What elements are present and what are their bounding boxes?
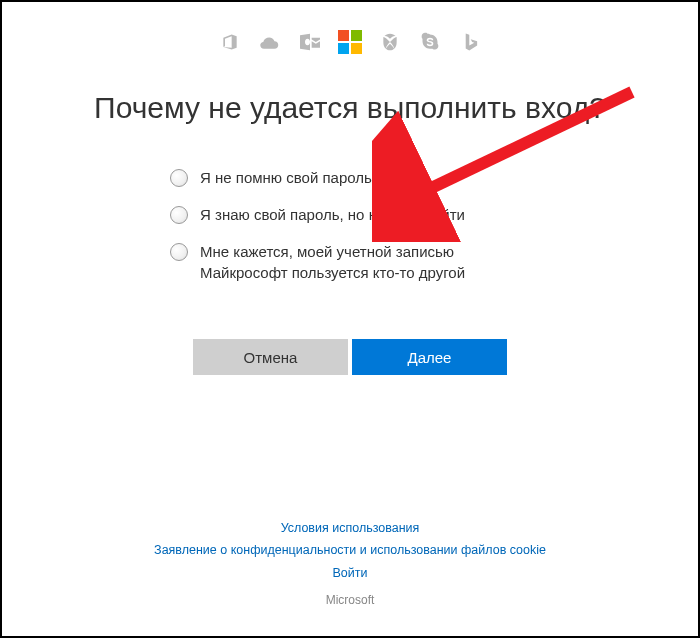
next-button[interactable]: Далее (352, 339, 507, 375)
option-account-compromised[interactable]: Мне кажется, моей учетной записью Майкро… (170, 241, 560, 283)
onedrive-icon (258, 30, 282, 54)
cancel-button[interactable]: Отмена (193, 339, 348, 375)
option-forgot-password[interactable]: Я не помню свой пароль (170, 167, 560, 188)
signin-link[interactable]: Войти (333, 566, 368, 580)
option-label: Я знаю свой пароль, но не могу войти (200, 204, 465, 225)
options-group: Я не помню свой пароль Я знаю свой парол… (140, 167, 560, 283)
skype-icon (418, 30, 442, 54)
privacy-link[interactable]: Заявление о конфиденциальности и использ… (154, 543, 546, 557)
option-label: Мне кажется, моей учетной записью Майкро… (200, 241, 500, 283)
footer: Условия использования Заявление о конфид… (2, 517, 698, 612)
radio-icon[interactable] (170, 243, 188, 261)
button-row: Отмена Далее (2, 339, 698, 375)
terms-link[interactable]: Условия использования (281, 521, 420, 535)
option-label: Я не помню свой пароль (200, 167, 372, 188)
option-know-password-cant-signin[interactable]: Я знаю свой пароль, но не могу войти (170, 204, 560, 225)
xbox-icon (378, 30, 402, 54)
office-icon (218, 30, 242, 54)
page-title: Почему не удается выполнить вход? (2, 88, 698, 127)
radio-icon[interactable] (170, 206, 188, 224)
outlook-icon (298, 30, 322, 54)
microsoft-logo-icon (338, 30, 362, 54)
brand-label: Microsoft (2, 590, 698, 612)
radio-icon[interactable] (170, 169, 188, 187)
bing-icon (458, 30, 482, 54)
header-product-icons (2, 2, 698, 64)
